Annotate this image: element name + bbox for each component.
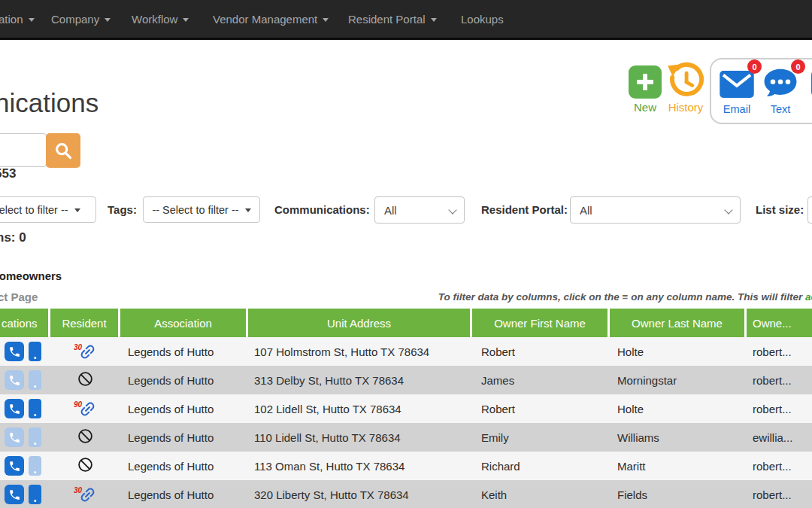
mobile-phone-icon[interactable] (29, 485, 41, 504)
history-icon (666, 61, 705, 100)
owner-last-name-cell: Holte (610, 403, 747, 415)
communications-cell (0, 485, 50, 504)
mobile-phone-icon[interactable] (29, 456, 41, 476)
voice-channel-button[interactable]: V (804, 65, 812, 115)
chevron-down-icon (245, 208, 251, 212)
homeowners-table: cations Resident Association Unit Addres… (0, 309, 812, 508)
nav-item-association[interactable]: ation (0, 0, 35, 38)
mobile-phone-icon[interactable] (29, 342, 41, 361)
nav-item-label: Vendor Management (213, 13, 317, 26)
association-cell: Legends of Hutto (120, 403, 248, 415)
resident-link-icon[interactable]: 30 (74, 342, 97, 361)
association-cell: Legends of Hutto (120, 460, 248, 473)
tags-dropdown-label: -- Select to filter -- (152, 204, 238, 216)
resident-cell: 30 (50, 342, 120, 361)
unit-address-cell: 102 Lidell St, Hutto TX 78634 (248, 403, 472, 415)
column-header-unit-address[interactable]: Unit Address (248, 309, 472, 337)
resident-link-icon[interactable]: 30 (74, 485, 97, 504)
communications-cell (0, 370, 50, 390)
history-button[interactable] (666, 61, 705, 100)
select-page-link[interactable]: ct Page (0, 291, 38, 303)
owner-first-name-cell: Richard (472, 460, 610, 473)
table-row[interactable]: 30Legends of Hutto320 Liberty St, Hutto … (0, 480, 812, 508)
communications-select-value: All (384, 204, 397, 217)
filter-hint-text: To filter data by columns, click on the … (438, 291, 805, 303)
list-size-select[interactable] (807, 196, 812, 224)
owner-first-name-cell: Emily (472, 431, 610, 444)
table-header: cations Resident Association Unit Addres… (0, 309, 812, 337)
table-row[interactable]: Legends of Hutto313 Delby St, Hutto TX 7… (0, 366, 812, 394)
nav-item-resident-portal[interactable]: Resident Portal (348, 0, 437, 38)
owner-email-cell: robert... (747, 403, 812, 415)
owner-last-name-cell: Maritt (610, 460, 747, 473)
filter-hint: To filter data by columns, click on the … (438, 291, 812, 303)
resident-portal-select-value: All (580, 204, 592, 217)
mobile-phone-icon[interactable] (29, 427, 41, 447)
search-input[interactable] (0, 133, 47, 167)
column-header-resident[interactable]: Resident (50, 309, 120, 337)
owner-first-name-cell: Robert (472, 345, 610, 358)
tags-dropdown-button[interactable]: -- Select to filter -- (143, 196, 260, 223)
phone-icon[interactable] (5, 427, 24, 447)
table-row[interactable]: 30Legends of Hutto107 Holmstrom St, Hutt… (0, 337, 812, 366)
communications-label: Communications: (274, 196, 370, 223)
resident-blocked-icon (77, 428, 93, 446)
owner-first-name-cell: James (472, 374, 610, 387)
owner-email-cell: robert... (747, 345, 812, 358)
communications-cell (0, 456, 50, 476)
table-row[interactable]: 90Legends of Hutto102 Lidell St, Hutto T… (0, 394, 812, 423)
nav-item-lookups[interactable]: Lookups (461, 0, 504, 38)
email-channel-label: Email (723, 103, 750, 115)
phone-icon[interactable] (5, 456, 24, 476)
nav-item-vendor-management[interactable]: Vendor Management (213, 0, 329, 38)
resident-cell (50, 371, 120, 389)
text-channel-button[interactable]: 0 Text (760, 65, 801, 115)
table-row[interactable]: Legends of Hutto110 Lidell St, Hutto TX … (0, 423, 812, 452)
resident-blocked-icon (77, 371, 93, 389)
mobile-phone-icon[interactable] (29, 370, 41, 390)
list-size-label: List size: (756, 196, 804, 223)
chevron-down-icon (105, 18, 111, 22)
communications-cell (0, 399, 50, 418)
chevron-down-icon (74, 208, 80, 212)
resident-link-icon[interactable]: 90 (74, 400, 97, 418)
chevron-down-icon (323, 18, 329, 22)
unit-address-cell: 107 Holmstrom St, Hutto TX 78634 (248, 345, 472, 358)
search-button[interactable] (46, 133, 80, 168)
association-cell: Legends of Hutto (120, 488, 248, 501)
unit-address-cell: 320 Liberty St, Hutto TX 78634 (248, 488, 472, 501)
communications-cell (0, 342, 50, 361)
filter-hint-highlight: ac (805, 291, 812, 303)
chevron-down-icon (183, 18, 189, 22)
column-header-owner-last-name[interactable]: Owner Last Name (610, 309, 747, 337)
phone-icon[interactable] (5, 342, 24, 361)
phone-icon[interactable] (5, 370, 24, 390)
history-button-label: History (662, 101, 710, 114)
table-row[interactable]: Legends of Hutto113 Oman St, Hutto TX 78… (0, 452, 812, 480)
resident-portal-select[interactable]: All (570, 196, 741, 224)
nav-item-company[interactable]: Company (51, 0, 111, 38)
nav-item-workflow[interactable]: Workflow (132, 0, 189, 38)
column-header-association[interactable]: Association (120, 309, 248, 337)
owner-last-name-cell: Holte (610, 345, 747, 358)
filter-dropdown-button[interactable]: -- Select to filter -- (0, 196, 96, 223)
owner-email-cell: ewillia... (747, 431, 812, 444)
chevron-down-icon (29, 18, 35, 22)
table-body: 30Legends of Hutto107 Holmstrom St, Hutt… (0, 337, 812, 508)
column-header-owner-email[interactable]: Owne... (747, 309, 812, 337)
phone-icon[interactable] (5, 399, 24, 418)
new-button[interactable] (629, 65, 662, 99)
column-header-owner-first-name[interactable]: Owner First Name (472, 309, 610, 337)
association-cell: Legends of Hutto (120, 345, 248, 358)
column-header-communications[interactable]: cations (0, 309, 50, 337)
owner-email-cell: robert... (747, 488, 812, 501)
mobile-phone-icon[interactable] (29, 399, 41, 418)
nav-item-label: ation (0, 13, 23, 26)
communications-select[interactable]: All (374, 196, 465, 224)
phone-icon[interactable] (5, 485, 24, 504)
tags-label: Tags: (108, 196, 137, 223)
communications-cell (0, 427, 50, 447)
group-label: Homeowners (0, 269, 62, 282)
email-channel-button[interactable]: 0 Email (717, 65, 757, 115)
owner-first-name-cell: Robert (472, 403, 610, 415)
